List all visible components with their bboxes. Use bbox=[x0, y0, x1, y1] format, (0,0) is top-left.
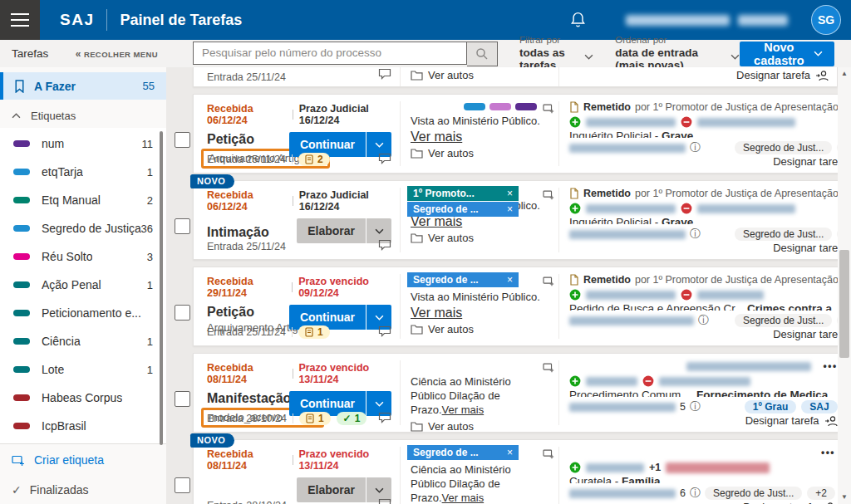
sidebar-tag-item[interactable]: Habeas Corpus bbox=[0, 384, 166, 412]
hamburger-menu-button[interactable] bbox=[0, 0, 40, 40]
sidebar-tag-item[interactable]: Ação Penal1 bbox=[0, 271, 166, 299]
middle-tag[interactable]: Segredo de ...× bbox=[407, 445, 519, 460]
filter-dropdown[interactable]: Filtrar por todas as tarefas bbox=[519, 35, 593, 71]
party-name-blurred bbox=[586, 463, 644, 472]
designar-tarefa-button[interactable]: Designar tarefa bbox=[569, 155, 851, 168]
case-number-blurred bbox=[569, 316, 694, 325]
info-icon[interactable]: ⓘ bbox=[690, 140, 701, 155]
tag-count: 1 bbox=[147, 166, 153, 179]
task-checkbox[interactable] bbox=[175, 218, 190, 234]
sidebar-tag-item[interactable]: etqTarja1 bbox=[0, 158, 166, 186]
comment-icon[interactable] bbox=[378, 412, 391, 423]
done-count-badge: ✓1 bbox=[337, 412, 367, 425]
designar-tarefa-button[interactable]: Designar tarefa bbox=[569, 242, 851, 254]
info-icon[interactable]: ⓘ bbox=[690, 486, 701, 501]
middle-tag[interactable]: 1º Promoto...× bbox=[407, 186, 519, 201]
search-input[interactable] bbox=[193, 42, 467, 65]
scroll-up-arrow[interactable]: ▲ bbox=[838, 67, 851, 79]
order-dropdown[interactable]: Ordenar por data de entrada (mais novas) bbox=[615, 35, 739, 71]
novo-badge: NOVO bbox=[190, 433, 234, 448]
sidebar-tag-item[interactable]: Lote1 bbox=[0, 355, 166, 384]
task-checkbox[interactable] bbox=[175, 132, 190, 148]
elaborar-button[interactable]: Elaborar bbox=[297, 218, 366, 243]
person-add-icon bbox=[822, 502, 835, 504]
ver-autos-button[interactable]: Ver autos bbox=[411, 69, 553, 81]
elaborar-button[interactable]: Elaborar bbox=[297, 477, 366, 502]
middle-tag[interactable]: Segredo de ...× bbox=[407, 202, 519, 217]
notification-bell-icon[interactable] bbox=[570, 12, 586, 29]
sidebar-tag-item[interactable]: IcpBrasil bbox=[0, 412, 166, 440]
scroll-down-arrow[interactable]: ▼ bbox=[838, 491, 851, 502]
sidebar-tag-item[interactable]: Peticionamento e... bbox=[0, 299, 166, 327]
middle-tag[interactable]: Segredo de ...× bbox=[407, 272, 519, 287]
designar-tarefa-button[interactable]: Designar tarefa bbox=[569, 501, 835, 504]
avatar[interactable]: SG bbox=[811, 5, 841, 35]
task-checkbox[interactable] bbox=[175, 305, 190, 321]
etiquetas-toggle[interactable]: Etiquetas bbox=[0, 103, 166, 128]
tag-count: 11 bbox=[142, 138, 154, 150]
task-checkbox[interactable] bbox=[175, 391, 190, 407]
collapse-menu-button[interactable]: «RECOLHER MENU bbox=[76, 48, 158, 60]
create-label-icon bbox=[12, 454, 26, 467]
add-label-icon[interactable] bbox=[543, 276, 555, 286]
designar-tarefa-button[interactable]: Designar tarefa bbox=[569, 328, 851, 340]
comment-icon[interactable] bbox=[378, 239, 391, 251]
sidebar-item-finalizadas[interactable]: ✓ Finalizadas bbox=[0, 476, 166, 504]
overflow-count-pill[interactable]: +2 bbox=[807, 487, 835, 500]
comment-icon[interactable] bbox=[378, 153, 391, 164]
comment-icon[interactable] bbox=[378, 325, 391, 337]
received-date: Recebida 06/12/24 bbox=[207, 189, 287, 213]
sidebar-tag-item[interactable]: Etq Manual2 bbox=[0, 186, 166, 214]
add-label-icon[interactable] bbox=[543, 362, 555, 373]
task-card: Recebida 29/11/24 Prazo vencido 09/12/24… bbox=[193, 267, 851, 346]
scrollbar-thumb[interactable] bbox=[839, 250, 849, 358]
comment-icon[interactable] bbox=[378, 68, 391, 80]
sidebar-tag-item[interactable]: Réu Solto3 bbox=[0, 242, 166, 271]
forwarded-by: por 1º Promotor de Justiça de Apresentaç… bbox=[635, 188, 839, 199]
main-scrollbar[interactable]: ▲ ▼ bbox=[838, 67, 851, 504]
info-icon[interactable]: ⓘ bbox=[690, 227, 701, 242]
task-checkbox[interactable] bbox=[175, 477, 190, 493]
more-menu-button[interactable]: ••• bbox=[824, 360, 838, 372]
comment-icon[interactable] bbox=[378, 498, 391, 504]
note-count-badge: 1 bbox=[298, 325, 330, 339]
add-label-icon[interactable] bbox=[543, 103, 555, 114]
create-label-button[interactable]: Criar etiqueta bbox=[0, 444, 166, 476]
ver-mais-link[interactable]: Ver mais bbox=[411, 306, 462, 321]
more-menu-button[interactable]: ••• bbox=[821, 447, 835, 458]
ver-autos-button[interactable]: Ver autos bbox=[411, 323, 553, 335]
add-label-icon[interactable] bbox=[543, 189, 555, 200]
sidebar-tag-item[interactable]: Ciência1 bbox=[0, 327, 166, 355]
ver-autos-button[interactable]: Ver autos bbox=[411, 147, 553, 159]
add-label-icon[interactable] bbox=[543, 448, 555, 459]
ver-mais-link[interactable]: Ver mais bbox=[411, 130, 462, 144]
tag-close-icon[interactable]: × bbox=[507, 447, 513, 458]
forwarded-doc-icon bbox=[569, 274, 579, 286]
deadline: Prazo vencido 13/11/24 bbox=[298, 362, 400, 385]
tag-color-bar bbox=[13, 225, 30, 232]
sidebar-tag-item[interactable]: Segredo de Justiça36 bbox=[0, 214, 166, 242]
search-button[interactable] bbox=[467, 42, 498, 66]
new-register-button[interactable]: Novo cadastro bbox=[740, 42, 834, 66]
ver-autos-button[interactable]: Ver autos bbox=[411, 232, 553, 244]
info-icon[interactable]: ⓘ bbox=[690, 399, 701, 414]
sidebar-item-a-fazer[interactable]: A Fazer 55 bbox=[0, 72, 166, 100]
added-party-icon bbox=[569, 203, 581, 214]
ver-autos-button[interactable]: Ver autos bbox=[411, 420, 553, 433]
tag-close-icon[interactable]: × bbox=[507, 274, 513, 286]
header-blurred bbox=[686, 362, 811, 371]
task-list: Entrada 25/11/24 Ver autos Designar tare… bbox=[166, 67, 838, 504]
folder-icon bbox=[411, 232, 423, 243]
added-party-icon bbox=[569, 375, 581, 387]
tag-close-icon[interactable]: × bbox=[507, 203, 513, 215]
sidebar-tag-item[interactable]: num11 bbox=[0, 130, 166, 158]
ver-mais-link[interactable]: Ver mais bbox=[442, 404, 485, 416]
case-number-blurred bbox=[569, 403, 676, 412]
sidebar-scrollbar[interactable] bbox=[160, 131, 163, 445]
info-icon[interactable]: ⓘ bbox=[698, 313, 709, 328]
designar-tarefa-button[interactable]: Designar tarefa bbox=[569, 414, 838, 427]
tag-close-icon[interactable]: × bbox=[507, 188, 513, 199]
chevron-down-icon bbox=[814, 51, 823, 56]
designar-tarefa-button[interactable]: Designar tarefa bbox=[569, 69, 829, 81]
ver-mais-link[interactable]: Ver mais bbox=[442, 492, 485, 504]
